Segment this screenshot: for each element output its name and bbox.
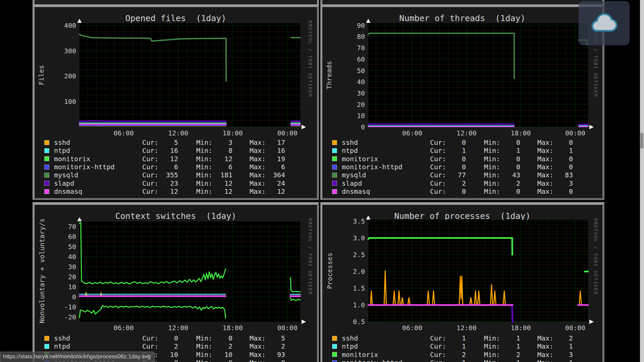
legend-min-value: 2: [500, 351, 520, 359]
x-tick-label: 18:00: [223, 324, 243, 332]
y-tick-label: 50: [357, 67, 365, 75]
legend-swatch: [44, 344, 49, 349]
legend-process-name: mysqld: [337, 171, 430, 179]
legend-cur-label: Cur:: [142, 163, 158, 171]
legend-cur-label: Cur:: [142, 342, 158, 350]
y-axis-arrow-icon: [366, 216, 371, 220]
y-tick-label: 50: [68, 243, 76, 251]
x-tick-label: 00:00: [277, 129, 298, 137]
x-tick-label: 18:00: [223, 129, 243, 137]
legend-cur-value: 10: [158, 351, 178, 359]
legend-process-name: monitorix-httpd: [50, 163, 142, 171]
legend-row: ntpdCur:16Min:8Max:16: [44, 146, 306, 155]
legend-process-name: mysqld: [50, 171, 142, 179]
y-tick-label: 20: [357, 101, 365, 109]
legend-cur-label: Cur:: [142, 146, 158, 155]
legend-cur-value: 16: [158, 146, 178, 155]
legend-max-value: 93: [266, 351, 285, 359]
legend-row: slapdCur:2Min:2Max:3: [332, 179, 594, 187]
legend-cur-label: Cur:: [430, 138, 446, 146]
legend-max-value: 0: [553, 155, 573, 163]
legend-min-label: Min:: [484, 179, 500, 187]
cloud-icon: [587, 12, 621, 34]
legend-cur-value: 77: [446, 171, 466, 179]
legend-cur-label: Cur:: [142, 138, 158, 146]
legend-cur-value: 1: [446, 334, 466, 342]
legend-row: mysqldCur:77Min:43Max:83: [332, 171, 594, 179]
y-tick-label: 2.0: [353, 267, 365, 276]
graph-panel-context-switches: Context switches (1day) Nonvoluntary + v…: [33, 202, 319, 362]
legend-row: sshdCur:5Min:3Max:17: [44, 138, 306, 146]
status-url-text: https://stats.harya.net/monitorix/imgs/p…: [3, 353, 151, 360]
y-tick-label: 30: [357, 89, 365, 97]
x-tick-label: 18:00: [511, 324, 531, 332]
legend-min-label: Min:: [196, 163, 212, 171]
legend-max-label: Max:: [537, 155, 553, 163]
legend-process-name: ntpd: [50, 342, 142, 350]
legend-cur-value: 12: [158, 187, 178, 195]
x-tick-label: 00:00: [277, 324, 298, 332]
legend-swatch: [44, 148, 49, 153]
legend-max-label: Max:: [537, 179, 553, 187]
series-slapd: [79, 121, 226, 121]
legend-min-value: 0: [500, 155, 520, 163]
y-tick-label: 80: [357, 33, 365, 41]
legend-min-label: Min:: [484, 138, 500, 146]
legend-swatch: [44, 165, 49, 170]
y-tick-label: 70: [357, 44, 365, 52]
legend-swatch: [332, 173, 337, 178]
status-url-tooltip: https://stats.harya.net/monitorix/imgs/p…: [0, 352, 155, 362]
legend-min-value: 12: [212, 155, 232, 163]
legend-max-label: Max:: [250, 163, 266, 171]
legend-swatch: [332, 189, 337, 194]
y-tick-label: 40: [357, 78, 365, 86]
legend-swatch: [44, 336, 49, 341]
legend-row: sshdCur:0Min:0Max:0: [332, 138, 594, 146]
legend-min-value: 12: [212, 179, 232, 187]
legend-swatch: [332, 140, 337, 145]
legend-row: monitorixCur:2Min:2Max:3: [332, 351, 594, 359]
legend-cur-value: 5: [158, 138, 178, 146]
scrollbar-track[interactable]: [640, 0, 644, 362]
legend-max-label: Max:: [250, 146, 266, 155]
legend-max-value: 0: [266, 359, 285, 362]
legend-max-label: Max:: [537, 334, 553, 342]
legend-min-value: 2: [212, 342, 232, 350]
legend-max-label: Max:: [537, 146, 553, 155]
legend-max-value: 0: [553, 138, 573, 146]
legend-min-label: Min:: [484, 171, 500, 179]
legend-cur-label: Cur:: [430, 351, 446, 359]
legend-min-value: 1: [500, 359, 520, 362]
legend-swatch: [332, 181, 337, 186]
x-tick-label: 00:00: [565, 129, 585, 137]
legend-min-label: Min:: [196, 351, 212, 359]
scrollbar-thumb[interactable]: [640, 133, 643, 149]
legend-min-label: Min:: [196, 138, 212, 146]
legend-max-value: 3: [553, 179, 573, 187]
legend-max-value: 16: [266, 146, 285, 155]
monitorix-page: Opened files (1day) Files RRDTOOL / TOBI…: [0, 0, 644, 362]
y-axis-arrow-icon: [366, 19, 371, 23]
legend-min-value: 1: [500, 146, 520, 155]
legend-cur-label: Cur:: [142, 187, 158, 195]
y-tick-label: 20: [68, 273, 76, 281]
legend-row: monitorix-httpdCur:1Min:1Max:1: [332, 359, 594, 362]
legend-min-value: 0: [500, 187, 520, 195]
legend-max-label: Max:: [537, 359, 553, 362]
legend-cur-label: Cur:: [430, 334, 446, 342]
x-axis-arrow-icon: [302, 320, 306, 324]
legend-process-name: slapd: [50, 179, 142, 187]
y-tick-label: 400: [64, 21, 76, 29]
legend-max-label: Max:: [250, 342, 266, 350]
legend-row: dnsmasqCur:0Min:0Max:0: [332, 187, 594, 195]
x-tick-label: 00:00: [565, 324, 585, 332]
cloud-overlay-button[interactable]: [579, 1, 630, 45]
legend-process-name: ntpd: [337, 146, 430, 155]
y-axis-arrow-icon: [77, 217, 82, 221]
legend-max-label: Max:: [537, 138, 553, 146]
legend-min-value: 0: [212, 334, 232, 342]
y-tick-label: 0: [361, 123, 365, 131]
y-tick-label: 10: [68, 283, 76, 291]
y-axis-arrow-icon: [77, 19, 82, 23]
legend-max-value: 6: [266, 163, 285, 171]
